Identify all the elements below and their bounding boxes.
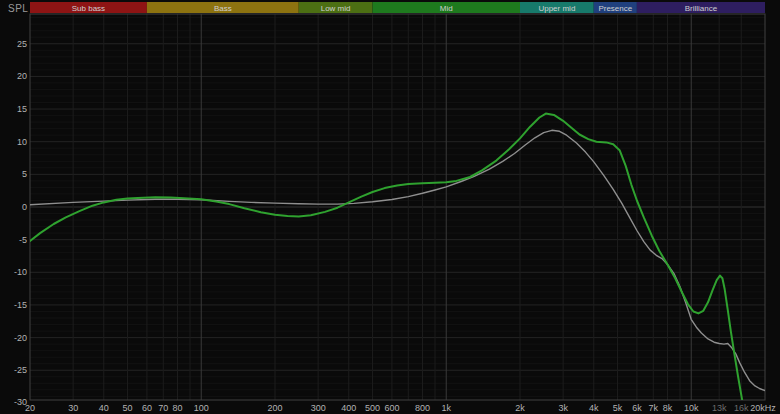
x-tick-label: 800 [415,403,430,413]
y-tick-label: 15 [17,104,27,114]
x-tick-label: 7k [649,403,659,413]
y-tick-label: 25 [17,39,27,49]
y-tick-label: 20 [17,71,27,81]
x-tick-label: 6k [632,403,642,413]
y-tick-label: 10 [17,137,27,147]
y-tick-label: 5 [22,169,27,179]
x-tick-label: 4k [589,403,599,413]
x-tick-label: 8k [663,403,673,413]
reference-gray-curve [30,130,765,390]
x-tick-label: 100 [194,403,209,413]
frequency-response-chart-window: SPL Sub bassBassLow midMidUpper midPrese… [0,0,780,414]
frequency-response-plot: Sub bassBassLow midMidUpper midPresenceB… [0,0,780,414]
x-tick-label: 500 [365,403,380,413]
y-tick-label: -15 [14,300,27,310]
y-tick-label: -25 [14,365,27,375]
x-tick-label: 200 [267,403,282,413]
x-tick-label: 16k [734,403,749,413]
x-tick-label: 70 [158,403,168,413]
band-label: Mid [440,4,453,13]
x-tick-label: 10k [684,403,699,413]
band-label: Presence [598,4,632,13]
band-label: Brilliance [685,4,718,13]
y-tick-label: -5 [19,235,27,245]
y-tick-label: -20 [14,333,27,343]
band-label: Low mid [321,4,351,13]
x-tick-label: 30 [68,403,78,413]
x-tick-label: 20 [25,403,35,413]
x-tick-label: 400 [341,403,356,413]
band-label: Upper mid [538,4,575,13]
x-tick-label: 2k [515,403,525,413]
x-tick-label: 600 [384,403,399,413]
measurement-green-curve [30,114,743,407]
x-tick-label: 50 [122,403,132,413]
band-label: Sub bass [72,4,105,13]
x-tick-label: 13k [712,403,727,413]
band-label: Bass [214,4,232,13]
x-tick-label: 60 [142,403,152,413]
x-tick-label: 80 [172,403,182,413]
x-tick-label: 1k [441,403,451,413]
x-tick-label: 300 [311,403,326,413]
y-tick-label: 0 [22,202,27,212]
x-tick-label: 20kHz [750,403,776,413]
x-tick-label: 40 [99,403,109,413]
x-tick-label: 3k [558,403,568,413]
x-tick-label: 5k [613,403,623,413]
y-tick-label: -10 [14,267,27,277]
